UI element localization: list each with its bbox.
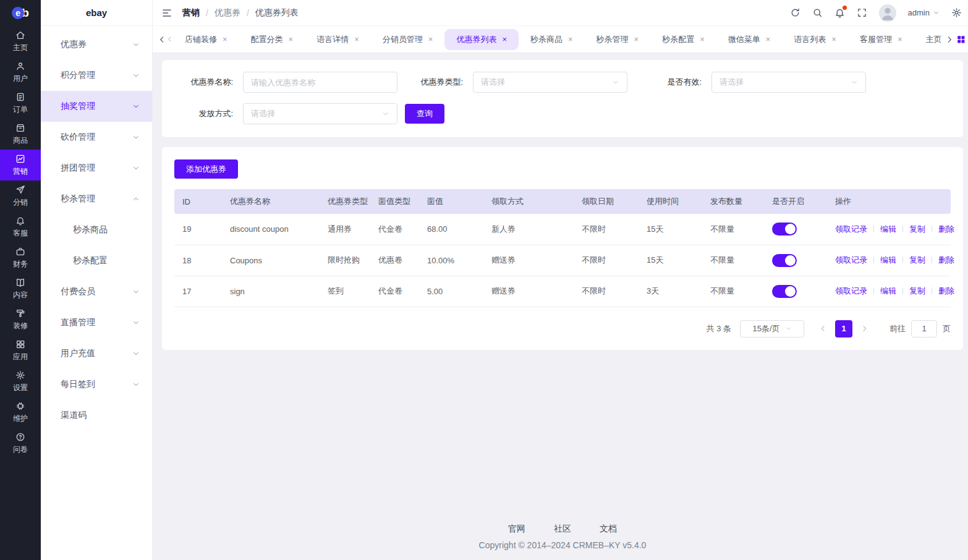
tab-coupon-list[interactable]: 优惠券列表× [444,29,519,50]
tabs-scroll-left-icon[interactable] [166,36,173,43]
sidebar-item-points[interactable]: 积分管理 [41,60,152,91]
footer-link-docs[interactable]: 文档 [600,524,617,535]
action-edit[interactable]: 编辑 [880,224,896,234]
sidebar-item-channel-code[interactable]: 渠道码 [41,400,152,431]
tab-close-icon[interactable]: × [634,35,639,43]
tab-close-icon[interactable]: × [831,35,836,43]
rail-item-apps[interactable]: 应用 [0,335,41,366]
sidebar-item-recharge[interactable]: 用户充值 [41,338,152,369]
sidebar-item-paid-member[interactable]: 付费会员 [41,276,152,307]
footer-link-official-site[interactable]: 官网 [508,524,525,535]
select-placeholder: 请选择 [481,77,505,88]
goto-page-input[interactable] [911,320,937,337]
tab-close-icon[interactable]: × [766,35,771,43]
sidebar-item-label: 秒杀商品 [73,224,108,235]
tab-store-decoration[interactable]: 店铺装修× [173,29,239,50]
tab-close-icon[interactable]: × [700,35,705,43]
footer-link-community[interactable]: 社区 [554,524,571,535]
page-size-select[interactable]: 15条/页 [740,320,804,337]
tab-close-icon[interactable]: × [428,35,433,43]
user-menu[interactable]: admin [908,8,940,17]
sidebar-item-seckill-config[interactable]: 秒杀配置 [41,245,152,276]
rail-item-maintenance[interactable]: 维护 [0,397,41,428]
app-logo[interactable]: e b [0,0,41,26]
sidebar-item-lottery[interactable]: 抽奖管理 [41,91,152,122]
tab-close-icon[interactable]: × [898,35,902,43]
send-method-select[interactable]: 请选择 [243,103,397,124]
sidebar-item-live[interactable]: 直播管理 [41,307,152,338]
tab-seckill-config[interactable]: 秒杀配置× [650,29,716,50]
tab-config-category[interactable]: 配置分类× [239,29,305,50]
action-copy[interactable]: 复制 [909,286,925,295]
tab-seckill-goods[interactable]: 秒杀商品× [519,29,585,50]
sidebar-item-coupon[interactable]: 优惠券 [41,29,152,60]
tab-close-icon[interactable]: × [568,35,573,43]
action-delete[interactable]: 删除 [938,255,954,265]
sidebar-item-bargain[interactable]: 砍价管理 [41,122,152,153]
sidebar-item-daily-signin[interactable]: 每日签到 [41,369,152,400]
rail-item-survey[interactable]: 问卷 [0,428,41,459]
rail-item-finance[interactable]: 财务 [0,242,41,273]
tab-close-icon[interactable]: × [502,35,507,43]
gear-icon[interactable] [951,7,962,18]
tab-service-mgmt[interactable]: 客服管理× [848,29,914,50]
action-claim-records[interactable]: 领取记录 [835,286,867,295]
rail-item-decoration[interactable]: 装修 [0,304,41,335]
sidebar-item-seckill[interactable]: 秒杀管理 [41,184,152,214]
cell-use-time: 3天 [639,276,702,307]
col-enabled: 是否开启 [764,189,827,214]
action-edit[interactable]: 编辑 [880,255,896,265]
next-page-icon[interactable] [860,325,868,333]
tab-wechat-menu[interactable]: 微信菜单× [716,29,783,50]
coupon-name-input[interactable] [251,78,389,87]
action-claim-records[interactable]: 领取记录 [835,255,867,265]
status-toggle[interactable] [772,254,797,267]
action-claim-records[interactable]: 领取记录 [835,224,867,234]
tab-home[interactable]: 主页× [914,29,945,50]
rail-item-label: 商品 [13,135,28,146]
rail-item-orders[interactable]: 订单 [0,88,41,119]
sidebar-item-groupbuy[interactable]: 拼团管理 [41,153,152,184]
rail-item-content[interactable]: 内容 [0,273,41,304]
sidebar-item-seckill-goods[interactable]: 秒杀商品 [41,214,152,245]
notifications-button[interactable] [834,7,845,18]
tab-language-detail[interactable]: 语言详情× [305,29,371,50]
menu-fold-icon[interactable] [161,7,172,19]
tabs-scroll-right-icon[interactable] [945,35,954,44]
rail-item-users[interactable]: 用户 [0,57,41,88]
breadcrumb-item[interactable]: 优惠券 [214,7,240,19]
action-delete[interactable]: 删除 [938,224,954,234]
current-page-button[interactable]: 1 [835,320,852,337]
add-coupon-button[interactable]: 添加优惠券 [174,159,238,179]
tab-close-icon[interactable]: × [354,35,359,43]
tab-seckill-mgmt[interactable]: 秒杀管理× [585,29,651,50]
tab-close-icon[interactable]: × [289,35,294,43]
action-edit[interactable]: 编辑 [880,286,896,295]
sub-sidebar: ebay 优惠券 积分管理 抽奖管理 砍价管理 拼团管理 秒杀管理 秒杀商品 秒… [41,0,153,560]
rail-item-goods[interactable]: 商品 [0,119,41,150]
tabs-scroll-left-icon[interactable] [158,35,166,44]
refresh-icon[interactable] [790,7,800,18]
action-copy[interactable]: 复制 [909,224,925,234]
status-toggle[interactable] [772,223,797,235]
rail-item-home[interactable]: 主页 [0,26,41,57]
fullscreen-icon[interactable] [857,7,867,18]
avatar[interactable] [879,4,896,22]
sidebar-item-label: 每日签到 [61,379,95,390]
action-delete[interactable]: 删除 [938,286,954,295]
rail-item-distribution[interactable]: 分销 [0,180,41,211]
tab-close-icon[interactable]: × [223,35,227,43]
action-copy[interactable]: 复制 [909,255,925,265]
rail-item-settings[interactable]: 设置 [0,366,41,397]
rail-item-marketing[interactable]: 营销 [0,150,41,180]
coupon-type-select[interactable]: 请选择 [473,72,627,93]
is-valid-select[interactable]: 请选择 [711,72,866,93]
tab-language-list[interactable]: 语言列表× [782,29,848,50]
search-button[interactable]: 查询 [405,104,444,124]
search-icon[interactable] [812,7,823,18]
prev-page-icon[interactable] [819,325,827,333]
status-toggle[interactable] [772,285,797,298]
rail-item-customer-service[interactable]: 客服 [0,211,41,242]
tabs-menu-icon[interactable] [956,35,966,44]
tab-distributor-mgmt[interactable]: 分销员管理× [371,29,445,50]
